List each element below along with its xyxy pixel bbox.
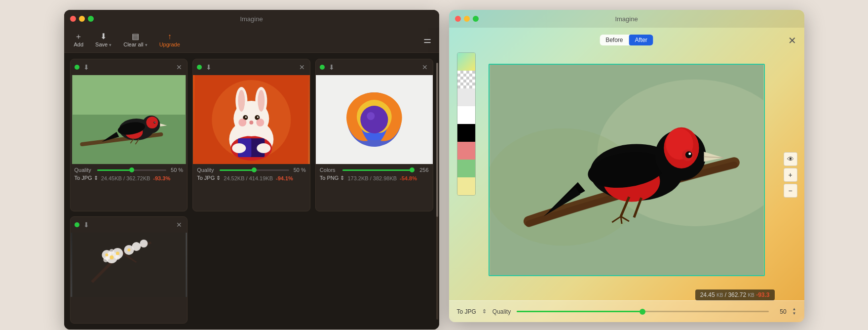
quality-label-bird: Quality — [75, 167, 94, 173]
add-label: Add — [74, 41, 84, 47]
eye-button[interactable]: 👁 — [784, 152, 797, 166]
after-button[interactable]: After — [629, 35, 653, 45]
stats-size-before: 24.45 KB — [700, 291, 723, 298]
firefox-image — [316, 75, 433, 164]
svg-rect-40 — [72, 233, 186, 297]
svg-point-54 — [109, 249, 114, 254]
close-bird-button[interactable]: ✕ — [175, 62, 183, 72]
scrollbar[interactable] — [436, 63, 438, 320]
add-button[interactable]: ＋ Add — [72, 32, 86, 48]
close-firefox-button[interactable]: ✕ — [421, 62, 429, 72]
quality-label-rabbit: Quality — [197, 167, 217, 173]
quality-slider-bird[interactable] — [97, 169, 167, 171]
svg-point-9 — [154, 122, 155, 123]
bird-image — [71, 75, 188, 164]
colors-value-firefox: 256 — [415, 167, 429, 173]
quality-slider-rabbit[interactable] — [220, 169, 289, 171]
palette-swatch-black[interactable] — [457, 124, 475, 142]
download-firefox-button[interactable]: ⬇ — [328, 62, 336, 72]
left-window: Imagine ＋ Add ⬇ Save ▾ ▤ Clear all ▾ ↑ U… — [64, 10, 439, 330]
palette-swatch-yellow[interactable] — [457, 177, 475, 195]
svg-point-34 — [257, 143, 270, 153]
minimize-traffic-light[interactable] — [79, 16, 85, 22]
stepper-down-button[interactable]: ▼ — [793, 312, 796, 316]
format-select-bird[interactable]: To JPG ⇕ — [75, 175, 98, 181]
svg-point-55 — [115, 255, 120, 260]
status-dot-rabbit — [197, 65, 202, 70]
quality-stepper[interactable]: ▲ ▼ — [793, 307, 796, 316]
stepper-up-button[interactable]: ▲ — [793, 307, 796, 311]
format-select-firefox[interactable]: To PNG ⇕ — [320, 175, 345, 181]
color-palette — [457, 52, 476, 196]
svg-point-30 — [249, 121, 253, 124]
download-rabbit-button[interactable]: ⬇ — [205, 62, 213, 72]
close-flowers-button[interactable]: ✕ — [175, 220, 183, 230]
svg-point-27 — [257, 117, 259, 118]
minimize-traffic-light-right[interactable] — [464, 16, 470, 22]
svg-point-39 — [367, 112, 375, 120]
left-window-title: Imagine — [240, 15, 263, 23]
palette-swatch-lightgray[interactable] — [457, 88, 475, 106]
palette-swatch-mint[interactable] — [457, 160, 475, 177]
card-header-flowers: ⬇ ✕ — [71, 217, 188, 233]
save-button[interactable]: ⬇ Save ▾ — [93, 32, 113, 48]
before-button[interactable]: Before — [600, 35, 629, 45]
image-grid: ⬇ ✕ — [64, 53, 439, 330]
card-header-firefox: ⬇ ✕ — [316, 59, 433, 75]
quality-value-rabbit: 50 % — [292, 167, 306, 173]
format-select-rabbit[interactable]: To JPG ⇕ — [197, 175, 221, 181]
colors-slider-firefox[interactable] — [342, 169, 412, 171]
rabbit-image — [193, 75, 310, 164]
colors-label-firefox: Colors — [320, 167, 340, 173]
svg-point-56 — [103, 257, 108, 262]
stats-reduction: -93.3 — [756, 291, 769, 298]
svg-point-71 — [688, 153, 691, 155]
reduction-bird: -93.3% — [153, 175, 170, 181]
stats-bar: 24.45 KB / 362.72 KB -93.3 — [695, 289, 775, 300]
right-window-title: Imagine — [615, 15, 638, 23]
maximize-traffic-light[interactable] — [88, 16, 94, 22]
upgrade-button[interactable]: ↑ Upgrade — [157, 32, 182, 48]
preview-frame — [489, 64, 765, 276]
preview-container — [479, 47, 775, 292]
zoom-out-button[interactable]: − — [784, 184, 797, 198]
svg-point-49 — [140, 240, 148, 248]
close-traffic-light[interactable] — [70, 16, 76, 22]
quality-row-bird: Quality 50 % — [75, 167, 184, 173]
clear-all-button[interactable]: ▤ Clear all ▾ — [121, 32, 149, 48]
download-bird-button[interactable]: ⬇ — [82, 62, 90, 72]
svg-point-6 — [146, 117, 158, 128]
palette-swatch-coral[interactable] — [457, 142, 475, 160]
svg-point-38 — [360, 106, 388, 133]
quality-row-rabbit: Quality 50 % — [197, 167, 306, 173]
scrollbar-thumb — [436, 63, 438, 217]
upgrade-label: Upgrade — [159, 41, 180, 47]
clear-icon: ▤ — [132, 33, 139, 41]
bottom-format-arrow: ⇕ — [482, 308, 487, 315]
svg-point-53 — [127, 248, 130, 251]
bottom-format-select[interactable]: To JPG — [457, 308, 476, 315]
download-flowers-button[interactable]: ⬇ — [82, 220, 90, 230]
filter-button[interactable]: ⚌ — [423, 35, 431, 45]
close-traffic-light-right[interactable] — [455, 16, 461, 22]
palette-swatch-checkered[interactable] — [457, 71, 475, 88]
colors-row-firefox: Colors 256 — [320, 167, 429, 173]
palette-swatch-white[interactable] — [457, 106, 475, 124]
preview-close-button[interactable]: ✕ — [788, 35, 796, 46]
svg-point-29 — [256, 119, 264, 126]
close-rabbit-button[interactable]: ✕ — [298, 62, 306, 72]
svg-point-33 — [232, 143, 246, 153]
image-card-bird: ⬇ ✕ — [70, 59, 188, 211]
maximize-traffic-light-right[interactable] — [473, 16, 479, 22]
download-icon: ⬇ — [100, 33, 107, 41]
zoom-in-button[interactable]: + — [784, 168, 797, 182]
svg-point-70 — [685, 151, 692, 158]
bottom-quality-slider[interactable] — [517, 311, 768, 312]
svg-point-22 — [238, 90, 245, 112]
svg-point-23 — [258, 90, 264, 112]
reduction-firefox: -54.8% — [400, 175, 417, 181]
palette-swatch-teal[interactable] — [457, 53, 475, 71]
right-content-area: Before After ✕ — [449, 28, 804, 322]
svg-point-48 — [132, 242, 141, 251]
image-card-firefox: ⬇ ✕ — [315, 59, 433, 211]
